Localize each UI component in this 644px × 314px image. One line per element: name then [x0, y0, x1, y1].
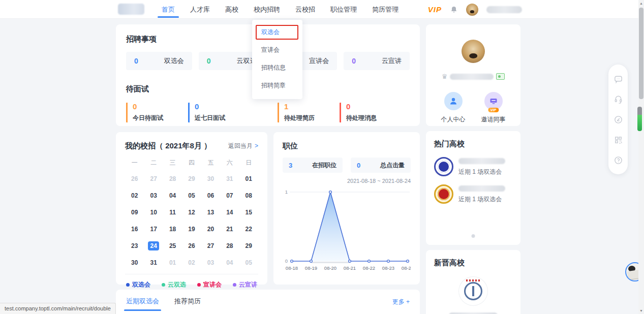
weekday-label: 五: [201, 159, 220, 167]
user-avatar[interactable]: [466, 4, 478, 16]
calendar-day[interactable]: 05: [239, 259, 258, 266]
calendar-day[interactable]: 14: [220, 209, 239, 216]
jobs-date-range: 2021-08-18 ~ 2021-08-24: [283, 178, 411, 184]
calendar-day[interactable]: 31: [220, 175, 239, 182]
calendar-day-selected[interactable]: 24: [144, 241, 163, 250]
nav-menu: 首页人才库高校校内招聘云校招职位管理简历管理: [162, 0, 398, 19]
dropdown-item-3[interactable]: 招聘信息: [252, 59, 302, 77]
calendar-day[interactable]: 26: [182, 242, 201, 249]
weekday-label: 一: [125, 159, 144, 167]
verified-badge-icon: [496, 73, 505, 80]
weekday-label: 二: [144, 159, 163, 167]
calendar-day[interactable]: 16: [125, 226, 144, 233]
nav-item-1[interactable]: 首页: [162, 0, 175, 19]
calendar-day[interactable]: 17: [144, 226, 163, 233]
nav-item-4[interactable]: 校内招聘: [254, 0, 280, 19]
new-schools-title: 新晋高校: [434, 258, 512, 268]
feedback-icon[interactable]: [613, 114, 623, 124]
calendar-day[interactable]: 03: [201, 259, 220, 266]
calendar-day[interactable]: 02: [125, 192, 144, 199]
calendar-day[interactable]: 07: [220, 192, 239, 199]
new-school-logo[interactable]: [459, 277, 487, 305]
dropdown-item-2[interactable]: 宣讲会: [252, 41, 302, 59]
nav-item-3[interactable]: 高校: [225, 0, 238, 19]
calendar-day[interactable]: 28: [220, 242, 239, 249]
my-campus-calendar-card: 我的校招（ 2021年8月 ） 返回当月> 一二三四五六日 2627282930…: [116, 132, 267, 285]
hot-schools-card: 热门高校 近期 1 场双选会近期 1 场双选会: [426, 131, 520, 245]
tab-1[interactable]: 近期双选会: [126, 297, 159, 311]
redacted-user-name[interactable]: [486, 6, 522, 13]
headset-icon[interactable]: [613, 94, 623, 104]
scroll-down-arrow[interactable]: ▼: [638, 307, 644, 314]
calendar-day[interactable]: 08: [239, 192, 258, 199]
calendar-day[interactable]: 03: [144, 192, 163, 199]
calendar-day[interactable]: 10: [144, 209, 163, 216]
personal-center-button[interactable]: 个人中心: [441, 92, 466, 124]
calendar-day[interactable]: 09: [125, 209, 144, 216]
back-to-current-month-link[interactable]: 返回当月>: [228, 142, 258, 150]
notification-bell-icon[interactable]: [450, 6, 458, 14]
nav-item-5[interactable]: 云校招: [295, 0, 315, 19]
calendar-day[interactable]: 15: [239, 209, 258, 216]
calendar-day[interactable]: 05: [182, 192, 201, 199]
calendar-day[interactable]: 04: [163, 192, 182, 199]
qrcode-icon[interactable]: [613, 135, 623, 145]
calendar-day[interactable]: 23: [125, 242, 144, 249]
vip-logo[interactable]: VIP: [428, 5, 442, 14]
more-link[interactable]: 更多 +: [392, 298, 410, 306]
vip-badge: VIP: [488, 108, 499, 112]
nav-item-6[interactable]: 职位管理: [330, 0, 357, 19]
profile-avatar[interactable]: [462, 40, 485, 63]
monitor-icon: VIP: [484, 92, 503, 110]
calendar-day[interactable]: 21: [220, 226, 239, 233]
calendar-day[interactable]: 29: [182, 175, 201, 182]
calendar-day[interactable]: 22: [239, 226, 258, 233]
calendar-day[interactable]: 30: [125, 259, 144, 266]
calendar-title: 我的校招（ 2021年8月 ）: [125, 141, 211, 151]
calendar-day[interactable]: 04: [220, 259, 239, 266]
calendar-day[interactable]: 27: [144, 175, 163, 182]
calendar-day[interactable]: 18: [163, 226, 182, 233]
redacted-school-name: [458, 185, 505, 192]
calendar-day[interactable]: 19: [182, 226, 201, 233]
calendar-day[interactable]: 31: [144, 259, 163, 266]
carousel-dot[interactable]: [472, 234, 475, 238]
calendar-day[interactable]: 26: [125, 175, 144, 182]
job-stat-chip-2: 0总点击量: [351, 158, 411, 173]
calendar-day[interactable]: 30: [201, 175, 220, 182]
calendar-day[interactable]: 27: [201, 242, 220, 249]
app-logo[interactable]: [118, 4, 144, 15]
calendar-day[interactable]: 29: [239, 242, 258, 249]
legend-item-3: 宣讲会: [197, 280, 222, 289]
floating-tool-rail: [608, 65, 628, 174]
tab-2[interactable]: 推荐简历: [174, 297, 201, 311]
hot-school-item-2[interactable]: 近期 1 场双选会: [434, 184, 512, 204]
page-scrollbar[interactable]: ▲ ▼: [638, 0, 644, 314]
calendar-day[interactable]: 11: [163, 209, 182, 216]
calendar-day[interactable]: 28: [163, 175, 182, 182]
help-icon[interactable]: [613, 155, 623, 165]
extension-scroll-indicator[interactable]: [637, 107, 642, 131]
invite-colleague-button[interactable]: VIP邀请同事: [481, 92, 506, 124]
scroll-up-arrow[interactable]: ▲: [638, 0, 644, 7]
calendar-day[interactable]: 12: [182, 209, 201, 216]
calendar-day[interactable]: 01: [163, 259, 182, 266]
nav-item-7[interactable]: 简历管理: [372, 0, 398, 19]
dropdown-item-4[interactable]: 招聘简章: [252, 77, 302, 95]
hot-school-item-1[interactable]: 近期 1 场双选会: [434, 157, 512, 176]
profile-card: ♛ 个人中心VIP邀请同事: [426, 24, 520, 126]
calendar-day[interactable]: 13: [201, 209, 220, 216]
dropdown-item-1[interactable]: 双选会: [252, 23, 302, 41]
bottom-tabs: 近期双选会推荐简历: [126, 297, 410, 311]
recent-fairs-card: 近期双选会推荐简历 更多 + 测试双选会: [116, 290, 420, 314]
calendar-day[interactable]: 06: [201, 192, 220, 199]
calendar-day[interactable]: 25: [163, 242, 182, 249]
calendar-day[interactable]: 20: [201, 226, 220, 233]
nav-item-2[interactable]: 人才库: [190, 0, 210, 19]
pending-stat-2: 0待处理消息: [340, 103, 381, 122]
message-icon[interactable]: [613, 74, 623, 84]
calendar-day[interactable]: 02: [182, 259, 201, 266]
scrollbar-thumb[interactable]: [639, 8, 643, 99]
calendar-day[interactable]: 01: [239, 175, 258, 182]
calendar-legend: 双选会云双选宣讲会云宣讲: [125, 280, 258, 289]
